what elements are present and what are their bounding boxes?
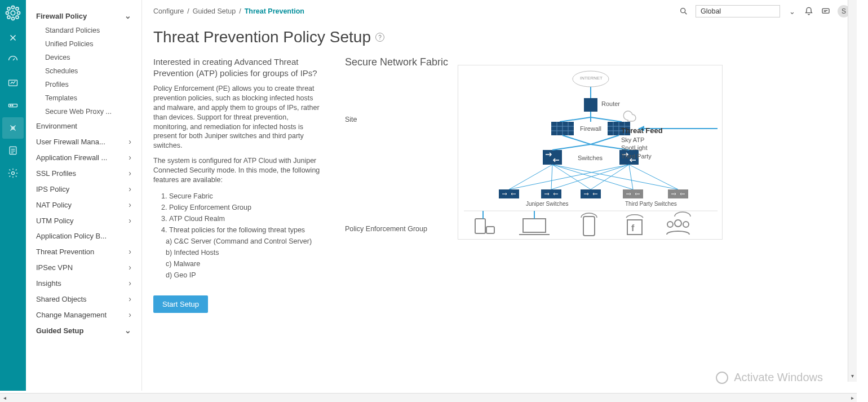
sidebar-label: Firewall Policy xyxy=(36,12,87,20)
threat-type-item: a) C&C Server (Command and Control Serve… xyxy=(166,236,322,247)
start-setup-button[interactable]: Start Setup xyxy=(153,295,208,313)
svg-point-12 xyxy=(12,105,13,106)
sidebar-item-devices[interactable]: Devices xyxy=(26,51,141,64)
svg-line-22 xyxy=(560,117,591,122)
chevron-right-icon: › xyxy=(129,263,131,272)
rail-dashboard-icon[interactable] xyxy=(7,54,19,67)
sidebar-group-insights[interactable]: Insights› xyxy=(26,275,141,291)
svg-point-68 xyxy=(667,222,673,227)
sidebar-group-guided-setup[interactable]: Guided Setup⌄ xyxy=(26,323,141,338)
svg-point-3 xyxy=(6,12,9,15)
sidebar-label: Threat Prevention xyxy=(36,248,94,256)
topbar: Configure / Guided Setup / Threat Preven… xyxy=(142,0,857,23)
sidebar-group-ips-policy[interactable]: IPS Policy› xyxy=(26,181,141,197)
main-content: Configure / Guided Setup / Threat Preven… xyxy=(142,0,857,391)
feature-item: ATP Cloud Realm xyxy=(169,213,322,224)
svg-line-37 xyxy=(591,135,619,144)
threat-type-item: c) Malware xyxy=(166,258,322,270)
diagram-panel: Secure Network Fabric Site Policy Enforc… xyxy=(345,56,845,313)
sidebar-group-threat-prevention[interactable]: Threat Prevention› xyxy=(26,244,141,259)
diagram-label-internet: INTERNET xyxy=(580,76,603,81)
rail-monitor-icon[interactable] xyxy=(7,77,19,89)
app-logo-icon xyxy=(5,5,21,21)
sidebar-group-app-policy[interactable]: Application Policy B... xyxy=(26,228,141,244)
network-diagram: f INTERNET Router Firewall xyxy=(458,65,723,240)
chevron-right-icon: › xyxy=(129,137,131,146)
sidebar-label: UTM Policy xyxy=(36,217,73,225)
sidebar-label: IPS Policy xyxy=(36,185,69,193)
scroll-down-icon[interactable]: ▾ xyxy=(848,373,857,382)
breadcrumb-link[interactable]: Guided Setup xyxy=(193,7,236,15)
svg-line-36 xyxy=(563,135,591,144)
sidebar-item-profiles[interactable]: Profiles xyxy=(26,78,141,91)
breadcrumb-link[interactable]: Configure xyxy=(153,7,184,15)
sidebar-label: SSL Profiles xyxy=(36,169,76,178)
sidebar-item-standard-policies[interactable]: Standard Policies xyxy=(26,24,141,37)
chevron-right-icon: › xyxy=(129,184,131,193)
sidebar-group-nat-policy[interactable]: NAT Policy› xyxy=(26,197,141,213)
threat-feed-title: Threat Feed xyxy=(621,126,663,136)
sidebar-group-change-management[interactable]: Change Management› xyxy=(26,307,141,323)
svg-line-23 xyxy=(591,117,622,122)
sidebar-label: Application Firewall ... xyxy=(36,153,107,162)
svg-line-47 xyxy=(552,165,633,189)
sidebar-label: IPSec VPN xyxy=(36,263,73,272)
diagram-row-label-site: Site xyxy=(345,116,427,123)
svg-point-6 xyxy=(16,7,19,10)
svg-rect-55 xyxy=(541,189,561,198)
sidebar-item-schedules[interactable]: Schedules xyxy=(26,64,141,78)
svg-point-7 xyxy=(7,16,10,19)
svg-point-16 xyxy=(681,8,685,13)
breadcrumb-current: Threat Prevention xyxy=(245,7,304,15)
svg-point-1 xyxy=(12,6,15,9)
sidebar-label: Application Policy B... xyxy=(36,232,107,240)
page-title-text: Threat Prevention Policy Setup xyxy=(153,28,371,46)
rail-close-icon[interactable] xyxy=(7,32,19,44)
rail-reports-icon[interactable] xyxy=(7,144,19,157)
sidebar-group-ipsec-vpn[interactable]: IPSec VPN› xyxy=(26,259,141,275)
notifications-icon[interactable] xyxy=(804,6,814,16)
sidebar-item-templates[interactable]: Templates xyxy=(26,91,141,105)
topbar-actions: Global ⌄ S xyxy=(679,5,850,17)
chevron-down-icon: ⌄ xyxy=(125,326,131,335)
sidebar-group-environment[interactable]: Environment xyxy=(26,118,141,134)
chevron-down-icon[interactable]: ⌄ xyxy=(787,6,797,16)
feedback-icon[interactable] xyxy=(821,6,831,16)
svg-point-5 xyxy=(7,7,10,10)
sidebar-group-shared-objects[interactable]: Shared Objects› xyxy=(26,291,141,307)
diagram-label-router: Router xyxy=(601,100,620,107)
sidebar-label: Guided Setup xyxy=(36,326,84,335)
help-icon[interactable]: ? xyxy=(375,33,384,42)
rail-settings-icon[interactable] xyxy=(7,167,19,179)
svg-line-45 xyxy=(551,165,552,189)
chevron-right-icon: › xyxy=(129,153,131,162)
threat-type-item: b) Infected Hosts xyxy=(166,247,322,258)
feature-item: Secure Fabric xyxy=(169,191,322,202)
vertical-scrollbar[interactable]: ▾ xyxy=(848,0,857,382)
svg-point-67 xyxy=(683,222,689,227)
svg-point-4 xyxy=(17,12,20,15)
rail-configure-icon[interactable] xyxy=(2,117,24,139)
sidebar-group-app-firewall[interactable]: Application Firewall ...› xyxy=(26,149,141,165)
intro-heading: Interested in creating Advanced Threat P… xyxy=(153,56,322,78)
scope-selector[interactable]: Global xyxy=(696,5,780,17)
svg-point-2 xyxy=(12,17,15,20)
sidebar-group-utm-policy[interactable]: UTM Policy› xyxy=(26,213,141,228)
intro-paragraph: Policy Enforcement (PE) allows you to cr… xyxy=(153,84,322,151)
svg-rect-20 xyxy=(584,98,597,112)
sidebar-group-ssl-profiles[interactable]: SSL Profiles› xyxy=(26,165,141,181)
rail-devices-icon[interactable] xyxy=(7,99,19,112)
svg-rect-54 xyxy=(499,189,519,198)
chevron-down-icon: ⌄ xyxy=(125,11,131,20)
sidebar-group-firewall-policy[interactable]: Firewall Policy ⌄ xyxy=(26,8,141,24)
svg-rect-61 xyxy=(486,227,494,233)
svg-line-50 xyxy=(551,165,629,189)
svg-point-8 xyxy=(16,16,19,19)
sidebar-group-user-firewall[interactable]: User Firewall Mana...› xyxy=(26,134,141,149)
search-icon[interactable] xyxy=(679,6,689,16)
diagram-label-switches: Switches xyxy=(578,154,603,161)
svg-line-52 xyxy=(629,165,633,189)
sidebar-label: Shared Objects xyxy=(36,295,87,303)
sidebar-item-secure-web-proxy[interactable]: Secure Web Proxy ... xyxy=(26,105,141,118)
sidebar-item-unified-policies[interactable]: Unified Policies xyxy=(26,37,141,51)
